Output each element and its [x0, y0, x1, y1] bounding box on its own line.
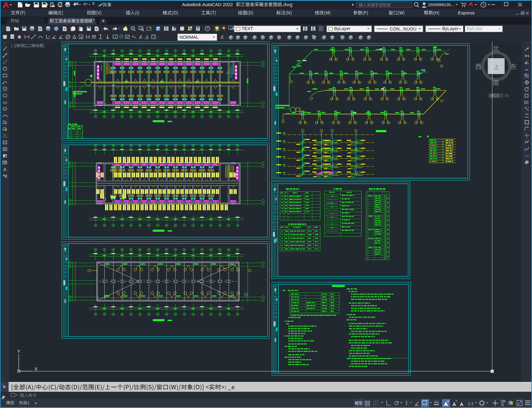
svg-text:x: x: [49, 35, 50, 38]
svg-text:Y: Y: [17, 349, 20, 354]
svg-text:ByColor: ByColor: [467, 26, 483, 31]
svg-text:X: X: [34, 366, 37, 371]
svg-text:1505999135...: 1505999135...: [428, 2, 454, 7]
svg-text:NORMAL: NORMAL: [179, 35, 199, 40]
svg-text:?: ?: [483, 3, 485, 7]
svg-text:+: +: [132, 27, 133, 30]
svg-text:Express: Express: [458, 10, 475, 15]
svg-text:TEXT: TEXT: [242, 26, 253, 31]
svg-text:?: ?: [207, 27, 208, 30]
svg-text:WCS: WCS: [490, 93, 499, 98]
svg-text:8: 8: [528, 55, 529, 57]
svg-text:Autodesk AutoCAD 2022: Autodesk AutoCAD 2022: [182, 2, 233, 7]
svg-text:ByLayer: ByLayer: [442, 26, 459, 31]
svg-text:ByLayer: ByLayer: [334, 26, 350, 31]
svg-text:CON...NUOU: CON...NUOU: [390, 26, 416, 31]
svg-text:A: A: [3, 167, 6, 172]
svg-text:A: A: [146, 35, 148, 39]
svg-text:1:1: 1:1: [468, 401, 474, 406]
svg-text:+: +: [34, 400, 37, 406]
svg-text:.1: .1: [114, 36, 116, 38]
